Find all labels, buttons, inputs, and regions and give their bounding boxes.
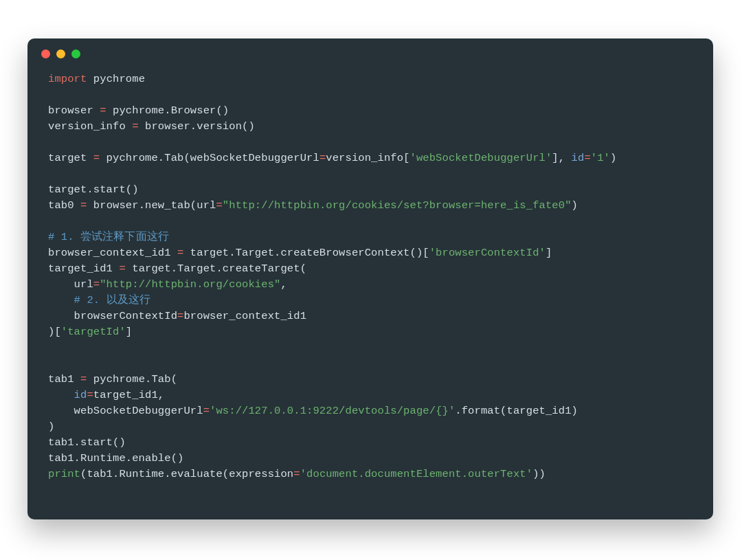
builtin-print: print	[48, 468, 80, 480]
code-line: print(tab1.Runtime.evaluate(expression='…	[48, 468, 546, 480]
zoom-icon[interactable]	[71, 49, 80, 58]
code-line: browser_context_id1 = target.Target.crea…	[48, 247, 552, 259]
code-block: import pychrome browser = pychrome.Brows…	[27, 69, 713, 500]
code-window: import pychrome browser = pychrome.Brows…	[27, 38, 713, 519]
code-line: webSocketDebuggerUrl='ws://127.0.0.1:922…	[48, 405, 578, 417]
code-line: )	[48, 421, 54, 433]
code-line: browser = pychrome.Browser()	[48, 104, 229, 117]
code-line: url="http://httpbin.org/cookies",	[48, 278, 287, 291]
comment: # 1. 尝试注释下面这行	[48, 231, 169, 243]
code-line: import pychrome	[48, 73, 145, 85]
code-line: target.start()	[48, 183, 139, 196]
code-line: tab1.start()	[48, 436, 126, 449]
code-line: target_id1 = target.Target.createTarget(	[48, 262, 306, 275]
code-line: version_info = browser.version()	[48, 120, 255, 133]
keyword-import: import	[48, 73, 87, 85]
code-line: # 1. 尝试注释下面这行	[48, 231, 169, 243]
window-titlebar	[27, 38, 713, 69]
comment: # 2. 以及这行	[48, 294, 150, 306]
code-line: id=target_id1,	[48, 389, 164, 401]
code-line: tab0 = browser.new_tab(url="http://httpb…	[48, 199, 578, 212]
minimize-icon[interactable]	[56, 49, 65, 58]
code-line: tab1.Runtime.enable()	[48, 452, 183, 464]
code-line: # 2. 以及这行	[48, 294, 150, 306]
code-line: target = pychrome.Tab(webSocketDebuggerU…	[48, 152, 616, 164]
code-line: browserContextId=browser_context_id1	[48, 310, 306, 322]
close-icon[interactable]	[41, 49, 50, 58]
code-line: )['targetId']	[48, 326, 132, 338]
code-line: tab1 = pychrome.Tab(	[48, 373, 177, 385]
